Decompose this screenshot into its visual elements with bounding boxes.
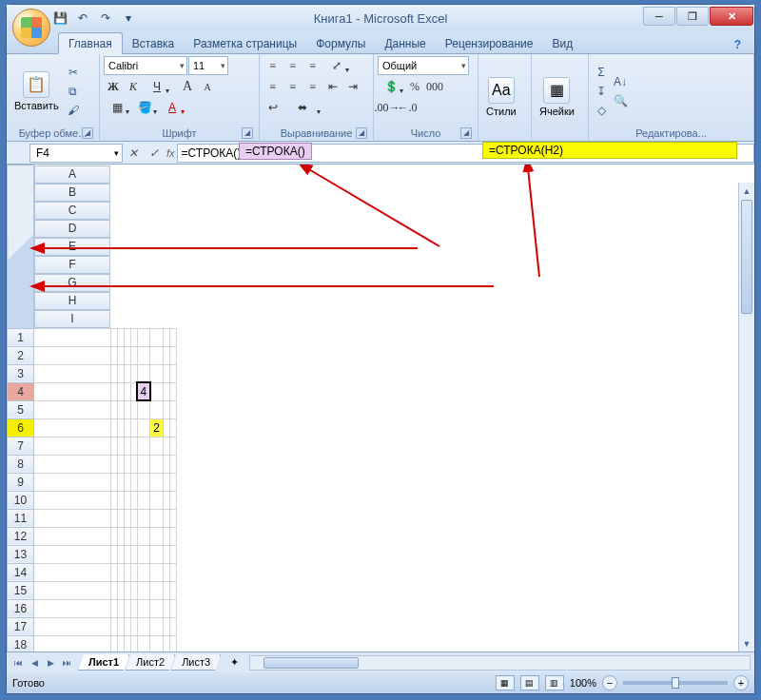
cell-D10[interactable] — [124, 491, 130, 509]
cell-D6[interactable] — [124, 418, 130, 437]
cell-G16[interactable] — [150, 599, 164, 617]
cell-F8[interactable] — [137, 455, 150, 473]
cell-I16[interactable] — [169, 599, 176, 617]
cell-A11[interactable] — [34, 509, 111, 527]
col-header-C[interactable]: C — [34, 202, 110, 220]
row-header-3[interactable]: 3 — [8, 364, 34, 382]
cell-D12[interactable] — [124, 527, 130, 545]
cell-B18[interactable] — [110, 635, 117, 651]
cell-H3[interactable] — [163, 364, 169, 382]
cell-H15[interactable] — [163, 581, 169, 599]
cell-F13[interactable] — [137, 545, 150, 563]
scroll-down-icon[interactable]: ▼ — [739, 635, 754, 651]
cell-I18[interactable] — [169, 635, 176, 651]
cell-G14[interactable] — [150, 563, 164, 581]
cell-G10[interactable] — [150, 491, 164, 509]
cell-C17[interactable] — [117, 617, 124, 635]
clear-icon[interactable]: ◇ — [593, 102, 610, 119]
clipboard-launcher[interactable]: ◢ — [82, 127, 93, 139]
row-header-12[interactable]: 12 — [8, 527, 34, 545]
sheet-nav-prev[interactable]: ◀ — [27, 655, 42, 671]
align-right-button[interactable]: ≡ — [303, 77, 322, 96]
cell-D7[interactable] — [124, 437, 130, 455]
col-header-H[interactable]: H — [34, 292, 110, 310]
cell-F12[interactable] — [137, 527, 150, 545]
col-header-I[interactable]: I — [34, 310, 110, 328]
new-sheet-button[interactable]: ✦ — [223, 655, 245, 671]
cell-F16[interactable] — [137, 599, 150, 617]
cell-I6[interactable] — [169, 418, 176, 437]
cell-B9[interactable] — [110, 473, 117, 491]
undo-icon[interactable]: ↶ — [73, 9, 92, 28]
font-color-button[interactable]: А — [159, 98, 185, 117]
cell-A13[interactable] — [34, 545, 111, 563]
cell-I14[interactable] — [169, 563, 176, 581]
view-layout-button[interactable]: ▤ — [520, 675, 539, 690]
currency-button[interactable]: 💲 — [378, 77, 404, 96]
cell-C13[interactable] — [117, 545, 124, 563]
cell-C16[interactable] — [117, 599, 124, 617]
zoom-slider[interactable] — [623, 681, 728, 685]
cell-A1[interactable] — [34, 328, 111, 346]
merge-button[interactable]: ⬌ — [283, 98, 322, 117]
row-header-18[interactable]: 18 — [8, 635, 34, 651]
cell-H1[interactable] — [163, 328, 169, 346]
sheet-tab-2[interactable]: Лист2 — [126, 654, 175, 671]
find-icon[interactable]: 🔍 — [612, 92, 629, 109]
cell-H10[interactable] — [163, 491, 169, 509]
cell-F11[interactable] — [137, 509, 150, 527]
align-center-button[interactable]: ≡ — [283, 77, 302, 96]
cell-B12[interactable] — [110, 527, 117, 545]
number-format-combo[interactable]: Общий — [378, 56, 469, 75]
cell-E4[interactable] — [130, 382, 137, 400]
cell-B13[interactable] — [110, 545, 117, 563]
cell-E2[interactable] — [130, 346, 137, 364]
cell-G2[interactable] — [150, 346, 164, 364]
cell-B7[interactable] — [110, 437, 117, 455]
cells-button[interactable]: ▦ Ячейки — [536, 56, 578, 137]
cell-B17[interactable] — [110, 617, 117, 635]
row-header-8[interactable]: 8 — [8, 455, 34, 473]
align-left-button[interactable]: ≡ — [263, 77, 283, 96]
cell-B1[interactable] — [110, 328, 117, 346]
cell-A7[interactable] — [34, 437, 111, 455]
sheet-tab-1[interactable]: Лист1 — [78, 654, 129, 671]
bold-button[interactable]: Ж — [104, 77, 123, 96]
grow-font-button[interactable]: А — [178, 77, 197, 96]
cell-F4[interactable]: 4 — [137, 382, 150, 400]
cell-F9[interactable] — [137, 473, 150, 491]
border-button[interactable]: ▦ — [104, 98, 130, 117]
horizontal-scrollbar[interactable] — [249, 655, 751, 671]
cell-E17[interactable] — [130, 617, 137, 635]
row-header-17[interactable]: 17 — [8, 617, 34, 635]
cell-E10[interactable] — [130, 491, 137, 509]
tab-review[interactable]: Рецензирование — [436, 33, 543, 53]
row-header-4[interactable]: 4 — [8, 382, 34, 400]
row-header-9[interactable]: 9 — [8, 473, 34, 491]
increase-indent-button[interactable]: ⇥ — [343, 77, 362, 96]
cell-G5[interactable] — [150, 400, 164, 418]
cell-C8[interactable] — [117, 455, 124, 473]
cell-G3[interactable] — [150, 364, 164, 382]
sheet-nav-next[interactable]: ▶ — [43, 655, 58, 671]
cell-E18[interactable] — [130, 635, 137, 651]
cell-C11[interactable] — [117, 509, 124, 527]
cell-G13[interactable] — [150, 545, 164, 563]
cell-G12[interactable] — [150, 527, 164, 545]
cell-B3[interactable] — [110, 364, 117, 382]
tab-view[interactable]: Вид — [542, 33, 582, 53]
cell-A6[interactable] — [34, 418, 111, 437]
cell-A14[interactable] — [34, 563, 111, 581]
cell-I2[interactable] — [169, 346, 176, 364]
number-launcher[interactable]: ◢ — [460, 127, 472, 139]
cell-A10[interactable] — [34, 491, 111, 509]
maximize-button[interactable] — [676, 7, 709, 26]
cell-I12[interactable] — [169, 527, 176, 545]
cell-D8[interactable] — [124, 455, 130, 473]
enter-formula-icon[interactable]: ✓ — [144, 144, 165, 163]
qat-dropdown-icon[interactable]: ▾ — [119, 9, 138, 28]
cell-C2[interactable] — [117, 346, 124, 364]
cell-H11[interactable] — [163, 509, 169, 527]
cell-C4[interactable] — [117, 382, 124, 400]
fill-icon[interactable]: ↧ — [593, 83, 610, 100]
